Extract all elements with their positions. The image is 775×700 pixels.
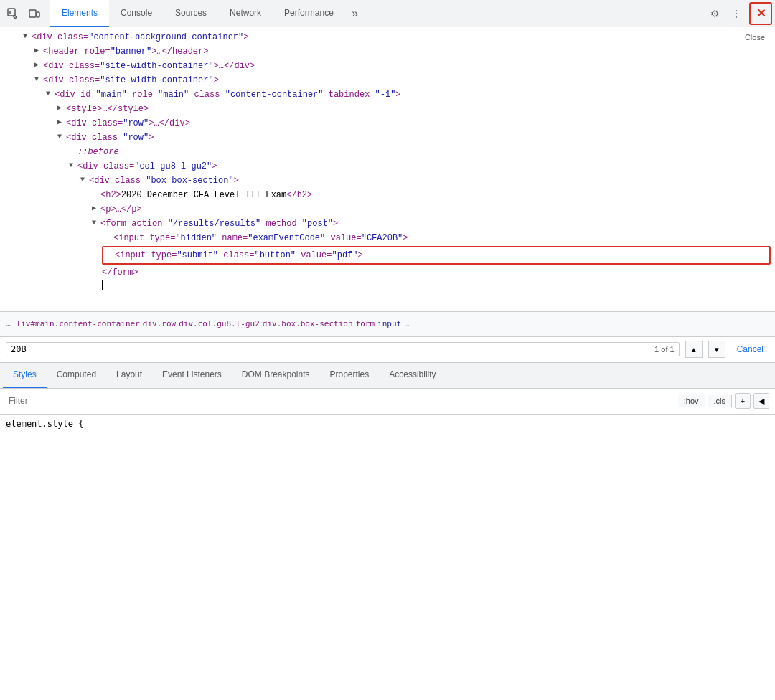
tab-styles[interactable]: Styles <box>3 363 47 389</box>
breadcrumb-item-box[interactable]: div.box.box-section <box>263 319 353 328</box>
html-line[interactable]: <input type="hidden" name="examEventCode… <box>1 231 774 245</box>
html-line <box>1 280 774 291</box>
svg-rect-3 <box>37 12 39 17</box>
highlighted-input-line[interactable]: <input type="submit" class="button" valu… <box>103 248 769 262</box>
html-tag: <input type="hidden" name="examEventCode… <box>113 232 408 245</box>
more-tabs-button[interactable]: » <box>345 4 365 24</box>
breadcrumb-more[interactable]: … <box>404 319 409 329</box>
expand-arrow[interactable]: ▼ <box>69 160 78 171</box>
filter-input[interactable] <box>6 394 675 407</box>
html-tag: <h2>2020 December CFA Level III Exam</h2… <box>100 189 312 202</box>
html-line[interactable]: </form> <box>1 265 774 280</box>
breadcrumb-item-main[interactable]: liv#main.content-container <box>17 319 140 328</box>
breadcrumb-ellipsis[interactable]: … <box>6 319 11 328</box>
html-tag: <div class="site-width-container">…</div… <box>43 60 255 72</box>
tab-performance[interactable]: Performance <box>273 0 345 27</box>
search-next-button[interactable]: ▼ <box>708 341 725 358</box>
pseudo-element: ::before <box>78 146 119 159</box>
settings-button[interactable]: ⚙ <box>705 4 725 24</box>
expand-arrow[interactable]: ▶ <box>57 117 66 128</box>
settings-icon: ⚙ <box>710 8 720 19</box>
html-line[interactable]: ▼ <div class="site-width-container"> <box>0 73 775 88</box>
expand-arrow[interactable]: ▶ <box>34 45 43 56</box>
breadcrumb-item-col[interactable]: div.col.gu8.l-gu2 <box>179 319 260 328</box>
tab-layout[interactable]: Layout <box>106 363 152 389</box>
html-line[interactable]: ▼ <div class="content-background-contain… <box>0 30 775 44</box>
inspect-element-icon[interactable] <box>3 4 23 24</box>
cls-filter-button[interactable]: .cls <box>708 395 733 407</box>
devtools-main: Close ▼ <div class="content-background-c… <box>0 27 775 700</box>
tab-accessibility[interactable]: Accessibility <box>379 363 446 389</box>
html-tag: <style>…</style> <box>66 103 149 115</box>
html-tag: </form> <box>102 266 138 279</box>
tab-computed[interactable]: Computed <box>47 363 106 389</box>
more-options-button[interactable]: ⋮ <box>726 4 746 24</box>
more-options-icon: ⋮ <box>731 8 741 19</box>
html-line[interactable]: ▶ <header role="banner">…</header> <box>0 44 775 59</box>
html-line[interactable]: ▶ <p>…</p> <box>0 202 775 217</box>
breadcrumb-item-row[interactable]: div.row <box>143 319 176 328</box>
expand-arrow[interactable]: ▼ <box>34 74 43 85</box>
html-line[interactable]: ▶ <div class="site-width-container">…</d… <box>0 59 775 73</box>
close-devtools-button[interactable]: ✕ <box>749 2 772 25</box>
filter-buttons: :hov .cls + ◀ <box>678 393 769 409</box>
html-tag: <p>…</p> <box>100 203 142 216</box>
close-icon: ✕ <box>756 6 766 20</box>
toggle-sidebar-button[interactable]: ◀ <box>753 393 769 409</box>
expand-arrow[interactable]: ▼ <box>80 174 89 185</box>
tab-event-listeners[interactable]: Event Listeners <box>152 363 232 389</box>
html-line[interactable]: ▶ <style>…</style> <box>0 102 775 116</box>
html-tag: <div class="row"> <box>66 131 154 144</box>
expand-arrow[interactable]: ▼ <box>46 88 55 99</box>
tab-network[interactable]: Network <box>218 0 273 27</box>
tab-actions: ⚙ ⋮ ✕ <box>705 2 772 25</box>
device-toggle-icon[interactable] <box>24 4 44 24</box>
breadcrumb-item-input[interactable]: input <box>377 319 401 328</box>
html-line[interactable]: ::before <box>0 145 775 159</box>
html-line[interactable]: ▼ <div class="row"> <box>0 131 775 145</box>
tab-console[interactable]: Console <box>109 0 164 27</box>
styles-area: element.style { <box>0 415 775 701</box>
expand-arrow[interactable]: ▼ <box>23 31 32 42</box>
bottom-tab-bar: Styles Computed Layout Event Listeners D… <box>0 363 775 389</box>
tab-properties[interactable]: Properties <box>320 363 380 389</box>
search-bar: 1 of 1 ▲ ▼ Cancel <box>0 337 775 363</box>
expand-arrow[interactable]: ▼ <box>92 217 100 228</box>
html-tree-panel: Close ▼ <div class="content-background-c… <box>0 27 775 311</box>
expand-arrow[interactable]: ▶ <box>92 203 100 214</box>
tab-elements[interactable]: Elements <box>50 0 109 27</box>
expand-arrow[interactable]: ▼ <box>57 131 66 142</box>
html-tag: <div class="box box-section"> <box>89 174 239 187</box>
search-input[interactable] <box>11 344 649 354</box>
devtools-tab-bar: Elements Console Sources Network Perform… <box>0 0 775 27</box>
search-count: 1 of 1 <box>654 345 675 354</box>
html-tag: <div class="content-background-container… <box>32 31 248 44</box>
close-tooltip: Close <box>745 33 765 42</box>
tab-sources[interactable]: Sources <box>164 0 218 27</box>
expand-arrow[interactable]: ▶ <box>34 60 43 70</box>
element-style-rule: element.style { <box>6 419 769 429</box>
add-style-rule-button[interactable]: + <box>735 393 751 409</box>
html-tag: <div id="main" role="main" class="conten… <box>55 88 401 101</box>
html-tag: <div class="site-width-container"> <box>43 74 219 87</box>
search-cancel-button[interactable]: Cancel <box>731 341 769 357</box>
tab-icon-group <box>3 4 44 24</box>
cursor <box>102 280 103 290</box>
expand-arrow[interactable]: ▶ <box>57 103 66 113</box>
html-tag: <input type="submit" class="button" valu… <box>115 249 363 262</box>
html-line[interactable]: ▼ <div id="main" role="main" class="cont… <box>0 88 775 102</box>
html-tag: <header role="banner">…</header> <box>43 45 208 58</box>
html-line[interactable]: ▶ <div class="row">…</div> <box>0 116 775 131</box>
breadcrumb-bar: … liv#main.content-container div.row div… <box>0 311 775 337</box>
html-line[interactable]: ▼ <div class="box box-section"> <box>0 174 775 188</box>
tab-dom-breakpoints[interactable]: DOM Breakpoints <box>232 363 320 389</box>
html-tag: <div class="col gu8 l-gu2"> <box>78 160 217 173</box>
search-prev-button[interactable]: ▲ <box>685 341 703 358</box>
style-rule-text: element.style { <box>6 419 83 429</box>
html-line[interactable]: ▼ <form action="/results/results" method… <box>0 217 775 231</box>
breadcrumb-item-form[interactable]: form <box>356 319 375 328</box>
hov-filter-button[interactable]: :hov <box>678 395 705 407</box>
html-line[interactable]: ▼ <div class="col gu8 l-gu2"> <box>0 159 775 174</box>
html-line[interactable]: <h2>2020 December CFA Level III Exam</h2… <box>0 188 775 202</box>
search-input-wrapper: 1 of 1 <box>6 342 680 356</box>
